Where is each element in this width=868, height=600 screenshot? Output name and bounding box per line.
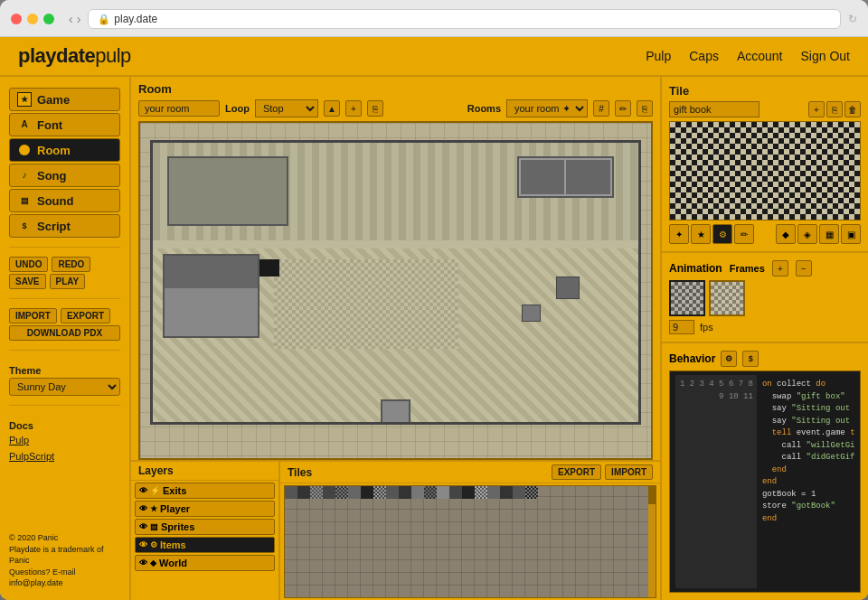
copy-btn[interactable]: ⎘ [367, 100, 383, 117]
tool-a[interactable]: ◆ [776, 224, 796, 244]
import-button[interactable]: IMPORT [9, 308, 57, 323]
trademark: Playdate is a trademark of Panic [9, 544, 120, 567]
tile-cell[interactable] [513, 486, 525, 499]
tool-pen[interactable]: ✏ [734, 224, 754, 244]
frame-remove-btn[interactable]: − [796, 260, 812, 277]
world-icon: ◆ [150, 558, 156, 567]
docs-pulpscript-link[interactable]: PulpScript [9, 449, 120, 465]
layer-exits[interactable]: 👁 ⚡ Exits [135, 483, 275, 499]
anim-frame-2[interactable] [709, 280, 745, 316]
room-section-title: Room [138, 82, 653, 96]
layer-world[interactable]: 👁 ◆ World [135, 555, 275, 571]
tiles-export-btn[interactable]: EXPORT [552, 464, 601, 480]
forward-button[interactable]: › [77, 12, 81, 26]
edit-btn[interactable]: ✏ [615, 100, 631, 117]
sidebar-item-song[interactable]: ♪ Song [9, 164, 120, 187]
tool-edit[interactable]: ⚙ [712, 224, 732, 244]
tile-cell[interactable] [361, 486, 373, 499]
share-btn[interactable]: ⎘ [637, 100, 653, 117]
nav-pulp[interactable]: Pulp [646, 49, 671, 63]
tile-cell[interactable] [323, 486, 335, 499]
docs-pulp-link[interactable]: Pulp [9, 433, 120, 449]
tile-cell[interactable] [310, 486, 323, 499]
layer-items[interactable]: 👁 ⚙ Items [135, 537, 275, 553]
tile-cell[interactable] [449, 486, 462, 499]
tiles-import-btn[interactable]: IMPORT [605, 464, 653, 480]
close-button[interactable] [11, 14, 22, 24]
tile-canvas [670, 122, 860, 220]
room-inner [150, 140, 640, 425]
download-pdx-button[interactable]: DOWNLOAD PDX [9, 325, 120, 341]
tool-b[interactable]: ◈ [797, 224, 817, 244]
sprite-2 [522, 305, 541, 322]
nav-signout[interactable]: Sign Out [801, 49, 850, 63]
tile-delete-btn[interactable]: 🗑 [844, 101, 861, 117]
logo: playdatepulp [18, 44, 131, 68]
tile-cell[interactable] [424, 486, 437, 499]
room-name-input[interactable] [138, 100, 220, 117]
nav-account[interactable]: Account [737, 49, 783, 63]
minimize-button[interactable] [27, 14, 38, 24]
undo-button[interactable]: UNDO [9, 257, 48, 272]
eye-icon-items: 👁 [139, 540, 147, 549]
code-editor[interactable]: 1 2 3 4 5 6 7 8 9 10 11 on collect do sw… [669, 370, 861, 593]
code-text: on collect do swap "gift box" say "Sitti… [757, 375, 854, 588]
code-line-numbers: 1 2 3 4 5 6 7 8 9 10 11 [675, 375, 757, 588]
reload-button[interactable]: ↻ [848, 13, 857, 25]
grid-btn[interactable]: # [593, 100, 609, 117]
tiles-scroll-thumb[interactable] [648, 486, 656, 504]
rooms-select[interactable]: your room ✦ [506, 99, 588, 117]
tile-cell[interactable] [525, 486, 538, 499]
tool-d[interactable]: ▣ [841, 224, 861, 244]
tile-cell[interactable] [462, 486, 475, 499]
room-canvas[interactable] [138, 121, 653, 460]
tile-cell[interactable] [386, 486, 399, 499]
add-btn[interactable]: + [345, 100, 362, 117]
sidebar-item-sound[interactable]: ▤ Sound [9, 189, 120, 212]
sidebar-item-script[interactable]: $ Script [9, 214, 120, 238]
tool-star[interactable]: ✦ [669, 224, 689, 244]
fps-input[interactable] [669, 320, 694, 334]
tile-cell[interactable] [411, 486, 424, 499]
tool-c[interactable]: ▦ [819, 224, 839, 244]
anim-frame-1[interactable] [669, 280, 705, 316]
tiles-scrollbar[interactable] [648, 486, 656, 597]
tool-star2[interactable]: ★ [691, 224, 711, 244]
maximize-button[interactable] [43, 14, 54, 24]
tile-name-input[interactable] [669, 101, 760, 117]
sidebar-item-font[interactable]: A Font [9, 113, 120, 136]
sidebar-item-room[interactable]: Room [9, 138, 120, 162]
tile-cell[interactable] [285, 486, 297, 499]
save-button[interactable]: SAVE [9, 274, 46, 289]
tiles-grid[interactable] [284, 485, 656, 598]
nav-caps[interactable]: Caps [689, 49, 719, 63]
tile-preview[interactable] [669, 121, 861, 220]
loop-select[interactable]: Stop [255, 99, 318, 117]
tile-cell[interactable] [399, 486, 411, 499]
loop-up-btn[interactable]: ▲ [324, 100, 340, 117]
behavior-script-btn[interactable]: ⚙ [721, 351, 737, 367]
tile-cell[interactable] [373, 486, 386, 499]
layer-sprites[interactable]: 👁 ▤ Sprites [135, 519, 275, 535]
theme-select[interactable]: Sunny Day [9, 378, 120, 396]
sidebar-label-script: Script [37, 220, 71, 233]
layer-player[interactable]: 👁 ★ Player [135, 501, 275, 517]
tile-add-btn[interactable]: + [808, 101, 825, 117]
play-button[interactable]: PLAY [50, 274, 86, 289]
redo-button[interactable]: REDO [52, 257, 90, 272]
back-button[interactable]: ‹ [69, 12, 73, 26]
tile-cell[interactable] [437, 486, 449, 499]
fps-row: fps [669, 320, 861, 334]
export-button[interactable]: EXPORT [61, 308, 110, 323]
tile-cell[interactable] [475, 486, 487, 499]
tile-cell[interactable] [297, 486, 310, 499]
address-bar[interactable]: 🔒 play.date [88, 9, 841, 29]
tile-cell[interactable] [348, 486, 361, 499]
tile-cell[interactable] [487, 486, 500, 499]
behavior-edit-btn[interactable]: $ [742, 351, 759, 367]
tile-cell[interactable] [335, 486, 348, 499]
frame-add-btn[interactable]: + [772, 260, 788, 277]
tile-cell[interactable] [500, 486, 513, 499]
sidebar-item-game[interactable]: ★ Game [9, 88, 120, 111]
tile-copy-btn[interactable]: ⎘ [826, 101, 843, 117]
